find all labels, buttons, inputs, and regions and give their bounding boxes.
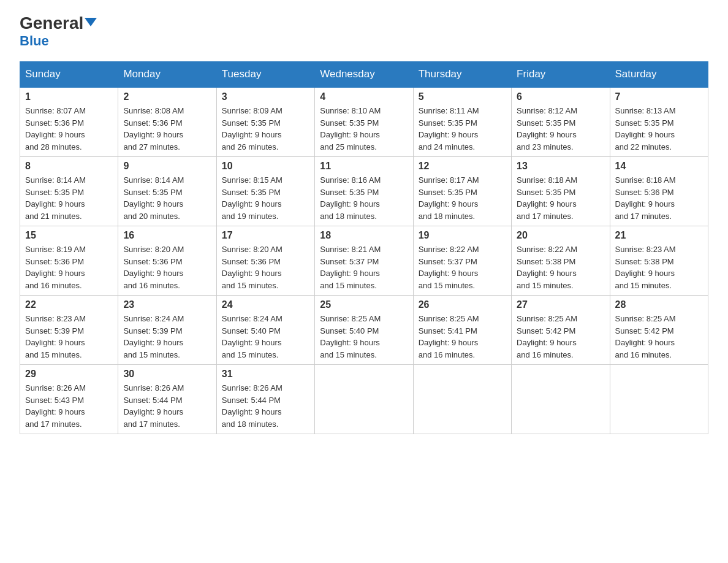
day-info: Sunrise: 8:12 AMSunset: 5:35 PMDaylight:… [517, 105, 604, 153]
calendar-cell: 10 Sunrise: 8:15 AMSunset: 5:35 PMDaylig… [216, 157, 314, 226]
day-number: 25 [320, 299, 408, 310]
day-info: Sunrise: 8:26 AMSunset: 5:44 PMDaylight:… [222, 382, 309, 430]
header-monday: Monday [118, 62, 216, 88]
calendar-cell [512, 365, 610, 434]
calendar-cell: 5 Sunrise: 8:11 AMSunset: 5:35 PMDayligh… [413, 87, 511, 157]
calendar-cell: 14 Sunrise: 8:18 AMSunset: 5:36 PMDaylig… [610, 157, 708, 226]
calendar-week-2: 8 Sunrise: 8:14 AMSunset: 5:35 PMDayligh… [20, 157, 708, 226]
logo-text: General [20, 15, 97, 32]
calendar-cell: 26 Sunrise: 8:25 AMSunset: 5:41 PMDaylig… [413, 296, 511, 365]
day-info: Sunrise: 8:09 AMSunset: 5:35 PMDaylight:… [222, 105, 309, 153]
day-info: Sunrise: 8:21 AMSunset: 5:37 PMDaylight:… [320, 243, 408, 291]
logo: General Blue [20, 15, 97, 49]
calendar-week-3: 15 Sunrise: 8:19 AMSunset: 5:36 PMDaylig… [20, 226, 708, 296]
day-number: 9 [123, 161, 211, 172]
day-number: 17 [222, 230, 309, 241]
day-info: Sunrise: 8:18 AMSunset: 5:36 PMDaylight:… [615, 174, 703, 222]
day-number: 11 [320, 161, 408, 172]
day-info: Sunrise: 8:20 AMSunset: 5:36 PMDaylight:… [222, 243, 309, 291]
calendar-cell [413, 365, 511, 434]
calendar-cell: 18 Sunrise: 8:21 AMSunset: 5:37 PMDaylig… [315, 226, 413, 296]
day-number: 2 [123, 91, 211, 102]
day-info: Sunrise: 8:25 AMSunset: 5:42 PMDaylight:… [615, 313, 703, 361]
day-info: Sunrise: 8:08 AMSunset: 5:36 PMDaylight:… [123, 105, 211, 153]
day-info: Sunrise: 8:13 AMSunset: 5:35 PMDaylight:… [615, 105, 703, 153]
calendar-cell: 23 Sunrise: 8:24 AMSunset: 5:39 PMDaylig… [118, 296, 216, 365]
header-friday: Friday [512, 62, 610, 88]
header-tuesday: Tuesday [216, 62, 314, 88]
calendar-cell: 13 Sunrise: 8:18 AMSunset: 5:35 PMDaylig… [512, 157, 610, 226]
day-number: 16 [123, 230, 211, 241]
day-info: Sunrise: 8:22 AMSunset: 5:37 PMDaylight:… [419, 243, 506, 291]
day-number: 20 [517, 230, 604, 241]
day-info: Sunrise: 8:26 AMSunset: 5:43 PMDaylight:… [25, 382, 113, 430]
calendar-cell: 30 Sunrise: 8:26 AMSunset: 5:44 PMDaylig… [118, 365, 216, 434]
calendar-cell: 19 Sunrise: 8:22 AMSunset: 5:37 PMDaylig… [413, 226, 511, 296]
logo-sub: Blue [20, 33, 49, 49]
day-info: Sunrise: 8:17 AMSunset: 5:35 PMDaylight:… [419, 174, 506, 222]
calendar-cell [610, 365, 708, 434]
calendar-cell: 22 Sunrise: 8:23 AMSunset: 5:39 PMDaylig… [20, 296, 118, 365]
day-number: 23 [123, 299, 211, 310]
calendar-cell: 2 Sunrise: 8:08 AMSunset: 5:36 PMDayligh… [118, 87, 216, 157]
header-row: Sunday Monday Tuesday Wednesday Thursday… [20, 62, 708, 88]
day-number: 19 [419, 230, 506, 241]
calendar-week-4: 22 Sunrise: 8:23 AMSunset: 5:39 PMDaylig… [20, 296, 708, 365]
day-number: 26 [419, 299, 506, 310]
day-number: 31 [222, 369, 309, 380]
day-info: Sunrise: 8:14 AMSunset: 5:35 PMDaylight:… [25, 174, 113, 222]
calendar-table: Sunday Monday Tuesday Wednesday Thursday… [20, 61, 708, 434]
calendar-cell: 7 Sunrise: 8:13 AMSunset: 5:35 PMDayligh… [610, 87, 708, 157]
day-info: Sunrise: 8:18 AMSunset: 5:35 PMDaylight:… [517, 174, 604, 222]
calendar-header: Sunday Monday Tuesday Wednesday Thursday… [20, 62, 708, 88]
calendar-cell: 4 Sunrise: 8:10 AMSunset: 5:35 PMDayligh… [315, 87, 413, 157]
day-info: Sunrise: 8:20 AMSunset: 5:36 PMDaylight:… [123, 243, 211, 291]
calendar-cell: 16 Sunrise: 8:20 AMSunset: 5:36 PMDaylig… [118, 226, 216, 296]
day-info: Sunrise: 8:23 AMSunset: 5:38 PMDaylight:… [615, 243, 703, 291]
calendar-cell: 17 Sunrise: 8:20 AMSunset: 5:36 PMDaylig… [216, 226, 314, 296]
page-header: General Blue [20, 15, 708, 49]
day-info: Sunrise: 8:25 AMSunset: 5:40 PMDaylight:… [320, 313, 408, 361]
day-number: 12 [419, 161, 506, 172]
day-number: 21 [615, 230, 703, 241]
calendar-cell: 8 Sunrise: 8:14 AMSunset: 5:35 PMDayligh… [20, 157, 118, 226]
header-wednesday: Wednesday [315, 62, 413, 88]
calendar-cell: 9 Sunrise: 8:14 AMSunset: 5:35 PMDayligh… [118, 157, 216, 226]
calendar-week-5: 29 Sunrise: 8:26 AMSunset: 5:43 PMDaylig… [20, 365, 708, 434]
day-info: Sunrise: 8:16 AMSunset: 5:35 PMDaylight:… [320, 174, 408, 222]
day-info: Sunrise: 8:19 AMSunset: 5:36 PMDaylight:… [25, 243, 113, 291]
day-info: Sunrise: 8:14 AMSunset: 5:35 PMDaylight:… [123, 174, 211, 222]
header-sunday: Sunday [20, 62, 118, 88]
day-number: 13 [517, 161, 604, 172]
calendar-cell: 11 Sunrise: 8:16 AMSunset: 5:35 PMDaylig… [315, 157, 413, 226]
day-info: Sunrise: 8:26 AMSunset: 5:44 PMDaylight:… [123, 382, 211, 430]
day-info: Sunrise: 8:23 AMSunset: 5:39 PMDaylight:… [25, 313, 113, 361]
day-number: 7 [615, 91, 703, 102]
day-number: 10 [222, 161, 309, 172]
day-info: Sunrise: 8:24 AMSunset: 5:39 PMDaylight:… [123, 313, 211, 361]
day-number: 24 [222, 299, 309, 310]
day-number: 5 [419, 91, 506, 102]
header-thursday: Thursday [413, 62, 511, 88]
day-info: Sunrise: 8:10 AMSunset: 5:35 PMDaylight:… [320, 105, 408, 153]
day-info: Sunrise: 8:07 AMSunset: 5:36 PMDaylight:… [25, 105, 113, 153]
day-info: Sunrise: 8:11 AMSunset: 5:35 PMDaylight:… [419, 105, 506, 153]
calendar-cell: 12 Sunrise: 8:17 AMSunset: 5:35 PMDaylig… [413, 157, 511, 226]
day-info: Sunrise: 8:15 AMSunset: 5:35 PMDaylight:… [222, 174, 309, 222]
day-info: Sunrise: 8:25 AMSunset: 5:41 PMDaylight:… [419, 313, 506, 361]
calendar-cell: 24 Sunrise: 8:24 AMSunset: 5:40 PMDaylig… [216, 296, 314, 365]
calendar-cell: 31 Sunrise: 8:26 AMSunset: 5:44 PMDaylig… [216, 365, 314, 434]
header-saturday: Saturday [610, 62, 708, 88]
day-number: 8 [25, 161, 113, 172]
day-info: Sunrise: 8:25 AMSunset: 5:42 PMDaylight:… [517, 313, 604, 361]
calendar-cell: 25 Sunrise: 8:25 AMSunset: 5:40 PMDaylig… [315, 296, 413, 365]
calendar-cell: 29 Sunrise: 8:26 AMSunset: 5:43 PMDaylig… [20, 365, 118, 434]
day-number: 29 [25, 369, 113, 380]
day-info: Sunrise: 8:22 AMSunset: 5:38 PMDaylight:… [517, 243, 604, 291]
day-number: 14 [615, 161, 703, 172]
calendar-body: 1 Sunrise: 8:07 AMSunset: 5:36 PMDayligh… [20, 87, 708, 434]
day-number: 30 [123, 369, 211, 380]
calendar-week-1: 1 Sunrise: 8:07 AMSunset: 5:36 PMDayligh… [20, 87, 708, 157]
calendar-cell [315, 365, 413, 434]
calendar-cell: 1 Sunrise: 8:07 AMSunset: 5:36 PMDayligh… [20, 87, 118, 157]
